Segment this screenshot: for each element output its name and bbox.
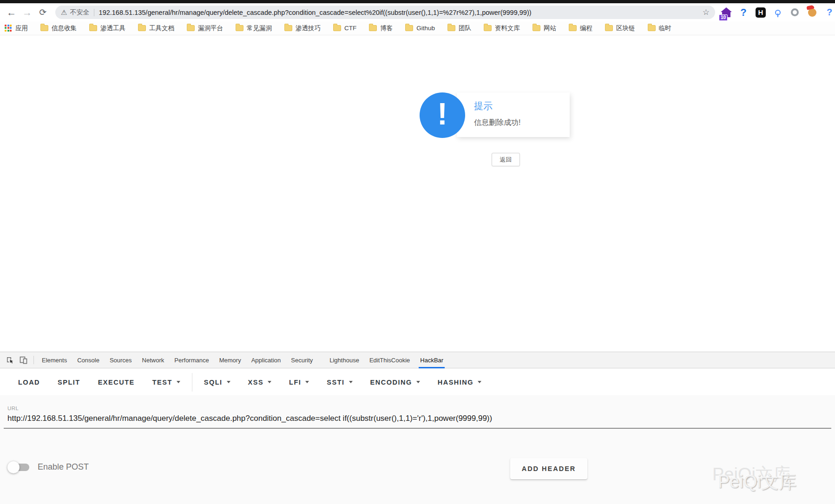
button-label: TEST — [152, 379, 172, 386]
bookmark-folder[interactable]: 渗透工具 — [89, 24, 125, 33]
button-label: LFI — [289, 379, 301, 386]
forward-icon[interactable]: → — [20, 7, 35, 18]
encoding-menu-button[interactable]: ENCODING — [362, 373, 429, 392]
question-extension-icon[interactable]: ? — [738, 7, 749, 18]
bookmark-label: 信息收集 — [52, 24, 77, 33]
bookmarks-bar: 应用 信息收集 渗透工具 工具文档 漏洞平台 常见漏洞 渗透技巧 CTF 博客 … — [0, 21, 835, 35]
bookmark-label: 渗透工具 — [100, 24, 125, 33]
execute-button[interactable]: EXECUTE — [89, 373, 144, 392]
address-bar[interactable]: ⚠ 不安全 192.168.51.135/general/hr/manage/q… — [55, 6, 715, 19]
bookmark-apps[interactable]: 应用 — [5, 24, 28, 33]
bookmark-folder[interactable]: 网站 — [533, 24, 556, 33]
caret-down-icon — [305, 381, 309, 383]
address-url-text[interactable]: 192.168.51.135/general/hr/manage/query/d… — [99, 9, 699, 16]
tab-performance[interactable]: Performance — [169, 352, 214, 368]
page-content: 提示 信息删除成功! ! 返回 — [0, 36, 835, 352]
folder-icon — [484, 25, 492, 31]
lfi-menu-button[interactable]: LFI — [280, 373, 318, 392]
hack-tools-extension-icon[interactable]: 10 — [721, 7, 732, 18]
url-input[interactable] — [7, 414, 825, 423]
bookmark-star-icon[interactable]: ☆ — [703, 7, 710, 17]
tab-elements[interactable]: Elements — [37, 352, 72, 368]
bookmark-folder[interactable]: 资料文库 — [484, 24, 520, 33]
bookmark-folder[interactable]: 信息收集 — [40, 24, 77, 33]
ring-shape — [791, 8, 799, 16]
bookmark-folder[interactable]: 团队 — [447, 24, 471, 33]
not-secure-label[interactable]: 不安全 — [70, 8, 90, 17]
caret-down-icon — [416, 381, 420, 383]
bookmark-label: 区块链 — [616, 24, 635, 33]
bookmark-folder[interactable]: 区块链 — [605, 24, 635, 33]
not-secure-warning-icon[interactable]: ⚠ — [61, 8, 67, 17]
alert-dialog-card: 提示 信息删除成功! — [457, 92, 570, 137]
enable-post-toggle[interactable]: Enable POST — [8, 462, 89, 472]
extension-badge: 10 — [719, 14, 728, 21]
extension-row: 10 ? H ? — [721, 7, 835, 18]
button-label: EXECUTE — [98, 379, 135, 386]
bookmark-folder[interactable]: 工具文档 — [138, 24, 174, 33]
folder-icon — [569, 25, 577, 31]
bookmark-label: 团队 — [459, 24, 471, 33]
bookmark-label: 资料文库 — [495, 24, 520, 33]
toggle-knob[interactable] — [7, 461, 20, 473]
tab-lighthouse[interactable]: Lighthouse — [324, 352, 364, 368]
tab-network[interactable]: Network — [137, 352, 170, 368]
xss-menu-button[interactable]: XSS — [239, 373, 281, 392]
bookmark-folder[interactable]: 渗透技巧 — [284, 24, 321, 33]
pin-extension-icon[interactable] — [772, 7, 783, 18]
bookmark-label: 工具文档 — [149, 24, 174, 33]
bookmark-folder[interactable]: 漏洞平台 — [187, 24, 223, 33]
ring-extension-icon[interactable] — [789, 7, 801, 18]
tab-security[interactable]: Security — [286, 352, 318, 368]
dialog-message: 信息删除成功! — [474, 118, 520, 128]
bookmark-folder[interactable]: CTF — [333, 25, 356, 32]
devtools-panel: Elements Console Sources Network Perform… — [0, 352, 835, 504]
folder-icon — [284, 25, 292, 31]
toggle-track[interactable] — [8, 464, 29, 471]
bookmark-label: 博客 — [380, 24, 393, 33]
h-extension-icon[interactable]: H — [755, 7, 766, 18]
tab-hackbar[interactable]: HackBar — [415, 352, 448, 368]
ssti-menu-button[interactable]: SSTI — [318, 373, 361, 392]
device-toolbar-icon[interactable] — [17, 354, 31, 366]
tab-sources[interactable]: Sources — [105, 352, 137, 368]
caret-down-icon — [227, 381, 230, 383]
hashing-menu-button[interactable]: HASHING — [429, 373, 490, 392]
tab-console[interactable]: Console — [72, 352, 105, 368]
split-button[interactable]: SPLIT — [49, 373, 89, 392]
url-field-label: URL — [7, 406, 19, 411]
bookmark-label: 常见漏洞 — [247, 24, 272, 33]
bookmark-label: 临时 — [659, 24, 671, 33]
tab-editthiscookie[interactable]: EditThisCookie — [364, 352, 415, 368]
test-menu-button[interactable]: TEST — [144, 373, 189, 392]
cookie-extension-icon[interactable] — [807, 7, 818, 18]
bookmark-folder[interactable]: 编程 — [569, 24, 592, 33]
h-glyph: H — [756, 7, 766, 18]
folder-icon — [533, 25, 540, 31]
folder-icon — [369, 25, 377, 31]
return-button[interactable]: 返回 — [492, 153, 520, 166]
reload-icon[interactable]: ⟳ — [35, 7, 51, 18]
window-top-strip — [0, 0, 835, 3]
tab-memory[interactable]: Memory — [214, 352, 246, 368]
bookmark-label: 渗透技巧 — [296, 24, 321, 33]
folder-icon — [40, 25, 48, 31]
tab-application[interactable]: Application — [246, 352, 286, 368]
bookmark-folder[interactable]: 临时 — [648, 24, 671, 33]
bookmark-folder[interactable]: 常见漏洞 — [236, 24, 272, 33]
sqli-menu-button[interactable]: SQLI — [195, 373, 239, 392]
apps-grid-icon — [5, 25, 12, 32]
inspect-element-icon[interactable] — [3, 354, 17, 366]
edge-question-icon[interactable]: ? — [824, 7, 835, 18]
bookmark-folder[interactable]: 博客 — [369, 24, 393, 33]
folder-icon — [138, 25, 146, 31]
back-icon[interactable]: ← — [4, 7, 20, 18]
exclamation-glyph: ! — [437, 98, 447, 132]
bookmark-folder[interactable]: Github — [405, 25, 435, 32]
devtools-tabbar: Elements Console Sources Network Perform… — [0, 352, 835, 368]
button-label: SPLIT — [58, 379, 80, 386]
caret-down-icon — [349, 381, 353, 383]
enable-post-label: Enable POST — [38, 462, 89, 472]
load-button[interactable]: LOAD — [9, 373, 49, 392]
add-header-button[interactable]: ADD HEADER — [510, 458, 587, 479]
